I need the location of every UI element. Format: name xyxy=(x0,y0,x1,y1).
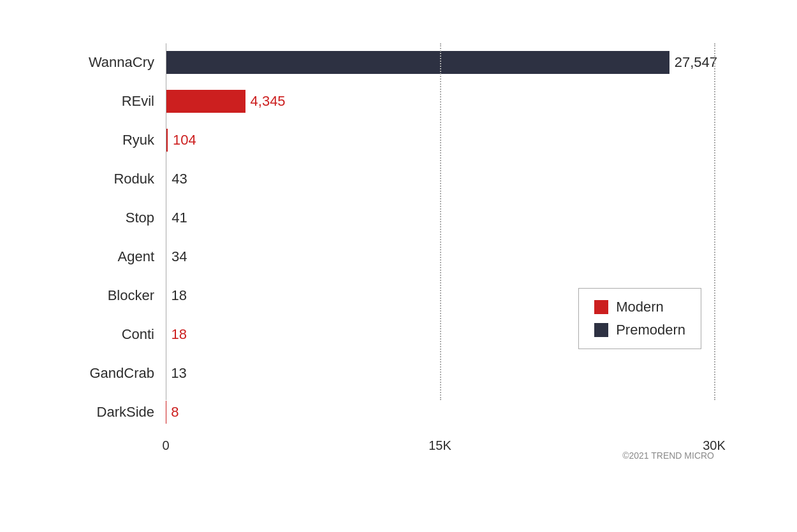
legend-label: Modern xyxy=(616,299,664,315)
grid-line xyxy=(714,43,715,400)
bar-fill: 43 xyxy=(166,168,166,191)
bar-value-label: 8 xyxy=(171,404,179,421)
bar-value-label: 104 xyxy=(173,132,196,148)
bar-label: Stop xyxy=(83,210,166,226)
bar-value-label: 41 xyxy=(172,210,187,226)
chart-container: WannaCry27,547REvil4,345Ryuk104Roduk43St… xyxy=(32,18,765,515)
bar-fill: 41 xyxy=(166,206,166,229)
x-axis: 015K30K xyxy=(83,438,714,457)
copyright: ©2021 TREND MICRO xyxy=(622,450,714,461)
bar-track: 34 xyxy=(166,238,714,277)
bar-row: DarkSide8 xyxy=(83,393,714,432)
bar-row: Agent34 xyxy=(83,238,714,277)
legend-color-box xyxy=(594,300,608,314)
bar-track: 8 xyxy=(166,393,714,432)
bar-value-label: 13 xyxy=(171,365,186,382)
legend-color-box xyxy=(594,323,608,337)
bar-label: DarkSide xyxy=(83,404,166,421)
bar-label: Roduk xyxy=(83,171,166,187)
bar-fill: 104 xyxy=(166,129,168,152)
bar-value-label: 4,345 xyxy=(251,93,286,110)
bar-label: Conti xyxy=(83,326,166,343)
bar-value-label: 27,547 xyxy=(675,54,717,71)
bar-track: 43 xyxy=(166,160,714,199)
legend-item: Modern xyxy=(594,299,685,315)
bar-label: GandCrab xyxy=(83,365,166,382)
bar-track: 27,547 xyxy=(166,43,714,82)
bar-fill: 18 xyxy=(166,284,166,307)
bar-fill: 27,547 xyxy=(166,51,669,74)
bar-fill: 34 xyxy=(166,245,166,268)
legend: ModernPremodern xyxy=(578,288,701,349)
bar-fill: 18 xyxy=(166,323,166,346)
bar-track: 41 xyxy=(166,199,714,238)
x-axis-label: 15K xyxy=(428,438,451,453)
bar-value-label: 18 xyxy=(172,326,187,343)
x-axis-label: 0 xyxy=(162,438,169,453)
bar-row: Roduk43 xyxy=(83,160,714,199)
bar-row: GandCrab13 xyxy=(83,354,714,393)
bar-value-label: 43 xyxy=(172,171,187,187)
bar-row: Stop41 xyxy=(83,199,714,238)
bar-label: REvil xyxy=(83,93,166,110)
chart-area: WannaCry27,547REvil4,345Ryuk104Roduk43St… xyxy=(83,43,714,464)
bar-row: WannaCry27,547 xyxy=(83,43,714,82)
bar-value-label: 18 xyxy=(172,287,187,304)
bar-label: Ryuk xyxy=(83,132,166,148)
bar-label: WannaCry xyxy=(83,54,166,71)
bar-track: 4,345 xyxy=(166,82,714,121)
bar-row: Ryuk104 xyxy=(83,121,714,160)
legend-label: Premodern xyxy=(616,322,685,338)
bar-label: Blocker xyxy=(83,287,166,304)
bar-value-label: 34 xyxy=(172,248,187,265)
bars-section: WannaCry27,547REvil4,345Ryuk104Roduk43St… xyxy=(83,43,714,432)
legend-item: Premodern xyxy=(594,322,685,338)
bar-row: REvil4,345 xyxy=(83,82,714,121)
bar-fill: 4,345 xyxy=(166,90,245,113)
bar-track: 104 xyxy=(166,121,714,160)
bar-label: Agent xyxy=(83,248,166,265)
bar-track: 13 xyxy=(166,354,714,393)
